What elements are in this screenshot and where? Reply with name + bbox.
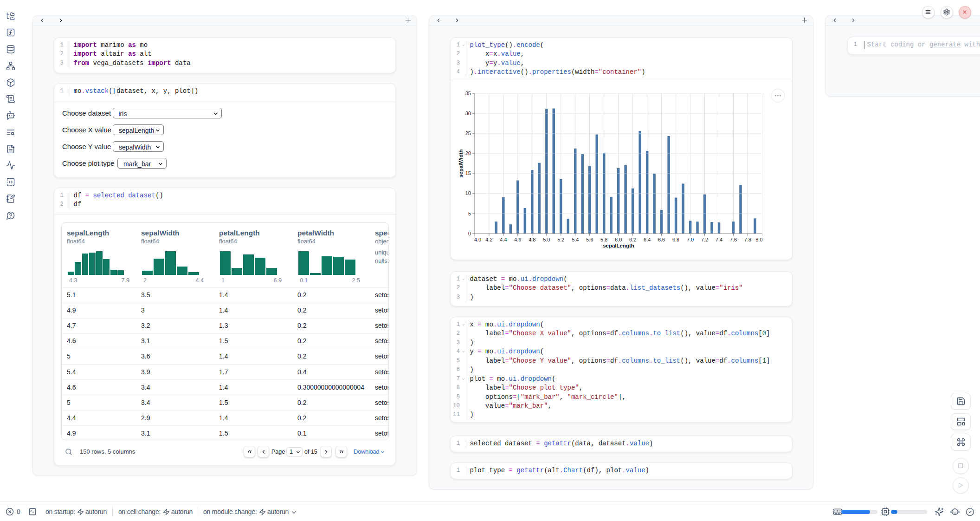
svg-text:25: 25 <box>465 130 471 136</box>
svg-text:5.0: 5.0 <box>543 237 550 242</box>
svg-text:6.8: 6.8 <box>672 237 679 242</box>
svg-text:8.0: 8.0 <box>755 237 762 242</box>
svg-text:5.2: 5.2 <box>557 237 564 242</box>
svg-text:4.6: 4.6 <box>514 237 521 242</box>
svg-text:35: 35 <box>465 91 471 96</box>
svg-text:4.0: 4.0 <box>474 237 481 242</box>
svg-text:7.4: 7.4 <box>716 237 722 242</box>
svg-text:5.8: 5.8 <box>600 237 607 242</box>
svg-text:sepalWidth: sepalWidth <box>458 149 464 177</box>
svg-text:6.2: 6.2 <box>629 237 636 242</box>
svg-text:15: 15 <box>465 170 471 176</box>
svg-text:20: 20 <box>465 150 471 156</box>
svg-text:5.4: 5.4 <box>572 237 579 242</box>
svg-text:sepalLength: sepalLength <box>603 243 634 248</box>
svg-text:7.2: 7.2 <box>701 237 708 242</box>
svg-text:30: 30 <box>465 111 471 116</box>
svg-text:7.0: 7.0 <box>687 237 694 242</box>
svg-text:5.6: 5.6 <box>586 237 593 242</box>
svg-text:7.6: 7.6 <box>730 237 737 242</box>
svg-text:4.2: 4.2 <box>485 237 492 242</box>
svg-text:4.8: 4.8 <box>529 237 535 242</box>
svg-text:6.6: 6.6 <box>658 237 665 242</box>
svg-text:4.4: 4.4 <box>500 237 507 242</box>
svg-text:6.4: 6.4 <box>644 237 651 242</box>
svg-text:6.0: 6.0 <box>615 237 622 242</box>
svg-text:10: 10 <box>465 190 471 196</box>
svg-text:5: 5 <box>468 211 471 216</box>
svg-text:7.8: 7.8 <box>744 237 751 242</box>
svg-text:0: 0 <box>468 231 471 236</box>
